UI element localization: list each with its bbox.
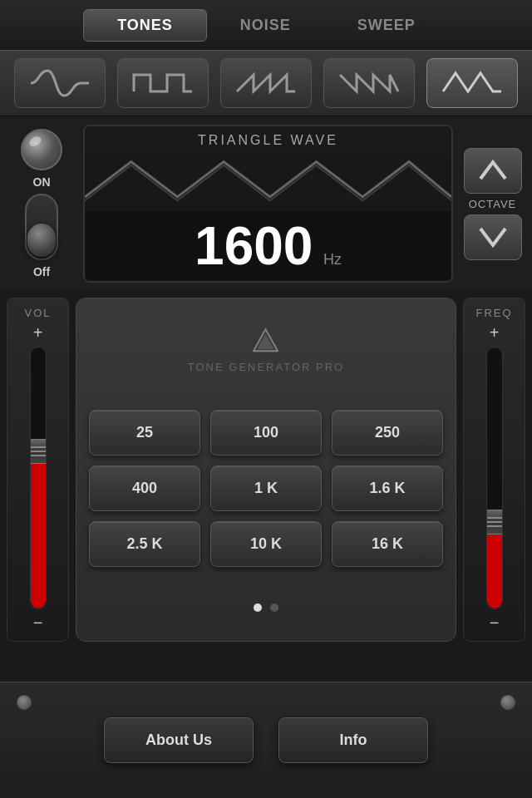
preset-btn-1k[interactable]: 1 K [210,466,322,511]
tab-tones[interactable]: TONES [83,9,207,42]
preset-btn-2-5k[interactable]: 2.5 K [89,521,200,567]
freq-number-display: 1600 Hz [85,211,451,281]
info-button[interactable]: Info [278,717,428,763]
freq-thumb-line-1 [486,517,503,519]
preset-btn-10k[interactable]: 10 K [210,521,322,567]
octave-label: OCTAVE [469,198,517,210]
preset-btn-16k[interactable]: 16 K [332,521,443,567]
freq-minus-label: − [490,613,500,633]
waveform-row [0,50,532,116]
freq-slider-fill [487,530,502,608]
preset-btn-100[interactable]: 100 [210,410,322,456]
wave-btn-sawtooth[interactable] [323,58,415,108]
freq-label: FREQ [475,307,512,319]
thumb-line-3 [30,455,47,456]
display-section: ON Off TRIANGLE WAVE 1600 Hz OCTAVE [0,116,532,291]
bottom-bar: About Us Info [0,682,532,798]
on-label: ON [33,175,51,189]
thumb-line-1 [30,446,47,448]
page-dot-2[interactable] [270,603,278,612]
power-area: ON Off [8,125,75,283]
vol-slider-track[interactable] [30,347,47,609]
preset-btn-400[interactable]: 400 [89,466,200,511]
tab-noise[interactable]: NOISE [207,10,324,41]
vol-minus-label: − [33,613,43,633]
tab-bar: TONES NOISE SWEEP [0,0,532,50]
vol-plus-label: + [33,323,43,342]
brand-name: TONE GENERATOR PRO [188,361,344,373]
frequency-value: 1600 [195,216,313,276]
preset-area: TONE GENERATOR PRO 25 100 250 400 1 K 1.… [76,298,456,642]
thumb-line-2 [30,451,47,452]
wave-btn-sine[interactable] [14,58,106,108]
freq-display: TRIANGLE WAVE 1600 Hz [83,125,453,283]
freq-thumb-line-3 [486,525,503,527]
wave-type-label: TRIANGLE WAVE [85,126,451,155]
wave-btn-square[interactable] [117,58,209,108]
power-toggle[interactable] [25,194,58,260]
vol-slider-fill [31,452,46,608]
wave-visual [85,155,451,211]
vol-slider-thumb[interactable] [30,439,47,464]
preset-grid: 25 100 250 400 1 K 1.6 K 2.5 K 10 K 16 K [89,410,443,567]
tab-sweep[interactable]: SWEEP [324,10,449,41]
power-gem [21,129,62,170]
wave-btn-ramp[interactable] [220,58,312,108]
vol-label: VOL [24,307,51,319]
frequency-unit: Hz [323,251,342,268]
freq-plus-label: + [490,323,500,342]
octave-up-button[interactable] [464,148,522,194]
off-label: Off [33,265,50,278]
page-dot-1[interactable] [254,603,262,612]
wave-btn-triangle[interactable] [426,58,518,108]
preset-btn-25[interactable]: 25 [89,410,200,456]
bottom-buttons: About Us Info [104,717,428,763]
vol-slider-area: VOL + − [7,298,69,642]
freq-slider-track[interactable] [486,347,503,609]
freq-thumb-line-2 [486,521,503,523]
preset-btn-250[interactable]: 250 [332,410,443,456]
octave-area: OCTAVE [461,125,524,283]
freq-slider-thumb[interactable] [486,510,503,534]
screw-top-right [500,695,515,710]
toggle-handle [27,224,56,257]
freq-slider-area: FREQ + − [463,298,525,642]
brand-logo: TONE GENERATOR PRO [188,328,344,373]
page-dots [254,603,278,612]
screw-top-left [17,695,32,710]
about-us-button[interactable]: About Us [104,717,254,763]
controls-section: VOL + − TONE GENERATOR PRO 25 100 250 [0,291,532,648]
octave-down-button[interactable] [464,214,522,260]
preset-btn-1-6k[interactable]: 1.6 K [332,466,443,511]
